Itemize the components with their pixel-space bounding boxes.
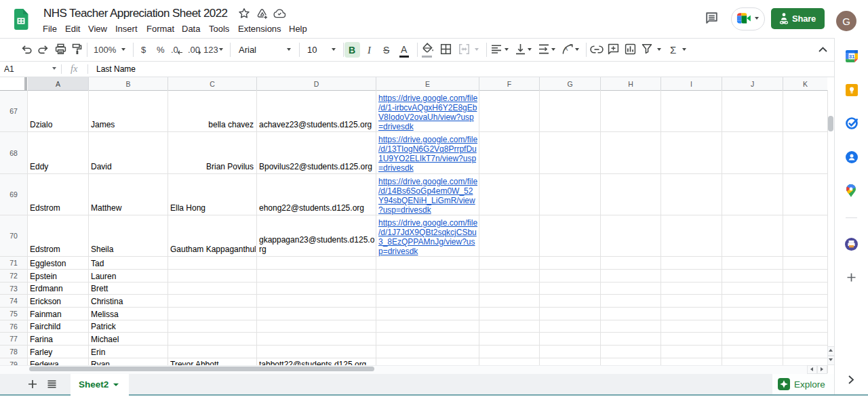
svg-text:A: A — [564, 45, 568, 52]
svg-text:31: 31 — [849, 54, 855, 60]
